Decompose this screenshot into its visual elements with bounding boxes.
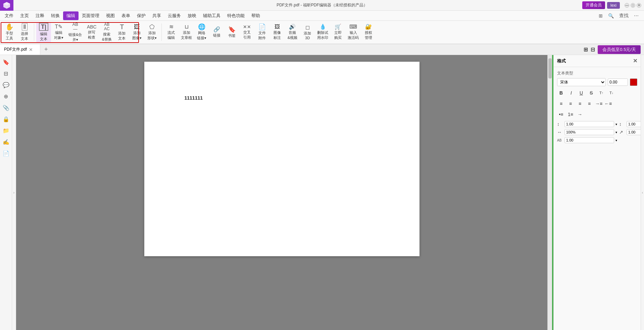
char-spacing-input[interactable] (564, 129, 614, 135)
vertical-scrollbar[interactable] (547, 55, 552, 330)
menu-share[interactable]: 共享 (149, 11, 164, 20)
menu-help[interactable]: 帮助 (248, 11, 263, 20)
hand-tool-button[interactable]: ✋ 手型工具 (2, 22, 17, 42)
add-3d-button[interactable]: ◻ 添加3D (300, 22, 315, 42)
italic-button[interactable]: I (567, 89, 575, 97)
more-icon[interactable]: ⋯ (633, 12, 640, 19)
edit-text-button[interactable]: T| 编辑文本 (36, 22, 51, 42)
sidebar-attach-icon[interactable]: 📎 (1, 103, 11, 113)
member-discount-button[interactable]: 会员低至0.5元/天 (598, 45, 641, 54)
menu-page-manage[interactable]: 页面管理 (79, 11, 103, 20)
toolbar-group-basic: ✋ 手型工具 Ⅱ 选择文本 (2, 22, 32, 42)
superscript-button[interactable]: T↑ (597, 89, 605, 97)
sidebar-page-icon[interactable]: 📄 (1, 148, 11, 158)
baseline-dropdown[interactable]: ▾ (615, 139, 617, 142)
sidebar-layer-icon[interactable]: ⊕ (1, 91, 11, 101)
thumbnail-icon[interactable]: ⊟ (591, 46, 595, 53)
link-button[interactable]: 🔗 链接 (209, 22, 224, 42)
align-left-button[interactable]: ≡ (557, 100, 565, 108)
file-attach-button[interactable]: 📄 文件附件 (255, 22, 269, 42)
menu-assist[interactable]: 辅助工具 (200, 11, 224, 20)
right-panel-close-button[interactable]: ✕ (633, 58, 637, 64)
indent-level-button[interactable]: → (576, 110, 584, 118)
user-button[interactable]: lexi (607, 2, 620, 9)
activate-button[interactable]: ⌨ 输入激活码 (346, 22, 361, 42)
sidebar-lock-icon[interactable]: 🔒 (1, 114, 11, 124)
remove-watermark-button[interactable]: 💧 删除试用水印 (315, 22, 330, 42)
edit-object-button[interactable]: T✎ 编辑对象▾ (51, 22, 66, 42)
sidebar-sign-icon[interactable]: ✍ (1, 137, 11, 147)
bookmark-button[interactable]: 🔖 书签 (225, 22, 239, 42)
hand-icon: ✋ (5, 23, 14, 30)
left-sidebar: 🔖 ⊟ 💬 ⊕ 📎 🔒 📁 ✍ 📄 (0, 55, 12, 330)
tab-close-button[interactable]: ✕ (29, 47, 33, 52)
indent-button[interactable]: →≡ (595, 100, 603, 108)
align-right-button[interactable]: ≡ (576, 100, 584, 108)
menu-home[interactable]: 主页 (17, 11, 32, 20)
add-shape-button[interactable]: ⬠ 添加形状▾ (145, 22, 159, 42)
num-list-button[interactable]: 1≡ (566, 110, 575, 118)
subscript-button[interactable]: T↓ (607, 89, 615, 97)
menu-protect[interactable]: 保护 (134, 11, 149, 20)
pdf-area[interactable]: 1111111 (16, 55, 547, 330)
select-text-button[interactable]: Ⅱ 选择文本 (17, 22, 32, 42)
outdent-button[interactable]: ←≡ (604, 100, 612, 108)
pdf-tab[interactable]: PDF文件.pdf ✕ (0, 44, 40, 55)
menu-annotation[interactable]: 注释 (32, 11, 48, 20)
buy-now-button[interactable]: 🛒 立即购买 (331, 22, 345, 42)
sidebar-file-icon[interactable]: 📁 (1, 125, 11, 135)
spell-check-button[interactable]: ABC 拼写检查 (84, 22, 99, 42)
add-image-button[interactable]: 🖼 添加图像▾ (130, 22, 144, 42)
bookmark-icon: 🔖 (228, 26, 236, 33)
bold-button[interactable]: B (557, 89, 565, 97)
close-button[interactable]: ✕ (637, 3, 641, 8)
menu-present[interactable]: 放映 (184, 11, 200, 20)
menu-form[interactable]: 表单 (118, 11, 134, 20)
strikethrough-button[interactable]: S (587, 89, 595, 97)
menu-cloud[interactable]: 云服务 (164, 11, 184, 20)
article-frame-icon: ⊔ (185, 24, 189, 30)
image-mark-button[interactable]: 🖼 图像标注 (270, 22, 285, 42)
minimize-button[interactable]: — (625, 3, 629, 8)
web-link-button[interactable]: 🌐 网络链接▾ (194, 22, 209, 42)
audio-video-icon: 🔊 (289, 24, 296, 30)
link-merge-button[interactable]: AB— 链接&合并▾ (66, 22, 84, 42)
color-picker[interactable] (630, 78, 637, 86)
add-text-button[interactable]: T 添加文本 (114, 22, 129, 42)
baseline-input[interactable] (564, 137, 614, 143)
line-spacing-input[interactable] (564, 121, 614, 127)
bullet-list-button[interactable]: •≡ (557, 110, 565, 118)
scroll-thumb[interactable] (548, 58, 552, 78)
search-replace-button[interactable]: ABAC 搜索&替换 (99, 22, 114, 42)
maximize-button[interactable]: □ (631, 3, 635, 8)
align-center-button[interactable]: ≡ (566, 100, 575, 108)
cross-ref-button[interactable]: ✕✕ 交叉引用 (240, 22, 254, 42)
sidebar-bookmark-icon[interactable]: 🔖 (1, 57, 11, 67)
font-size-input[interactable] (608, 78, 628, 86)
menu-file[interactable]: 文件 (1, 11, 17, 20)
grid-view-icon[interactable]: ⊞ (584, 46, 588, 53)
vip-button[interactable]: 开通会员 (582, 1, 605, 9)
font-select[interactable]: 宋体 (557, 78, 606, 86)
right-panel-collapse-button[interactable]: ‹ (641, 55, 644, 330)
new-tab-button[interactable]: + (40, 46, 52, 53)
menu-convert[interactable]: 转换 (48, 11, 63, 20)
align-justify-button[interactable]: ≡ (585, 100, 593, 108)
flow-edit-button[interactable]: ≋ 流式编辑 (164, 22, 179, 42)
char-spacing-dropdown[interactable]: ▾ (615, 130, 617, 134)
app-logo (0, 0, 13, 11)
sidebar-expand-button[interactable]: › (12, 55, 16, 330)
article-frame-button[interactable]: ⊔ 添加文章框 (179, 22, 194, 42)
audio-video-button[interactable]: 🔊 音频&视频 (285, 22, 300, 42)
menu-special[interactable]: 特色功能 (224, 11, 248, 20)
search-icon[interactable]: 🔍 (607, 12, 615, 19)
auth-manage-button[interactable]: 🔐 授权管理 (361, 22, 376, 42)
line-spacing-dropdown[interactable]: ▾ (615, 122, 617, 126)
sidebar-comment-icon[interactable]: 💬 (1, 80, 11, 90)
menu-edit[interactable]: 编辑 (63, 11, 79, 20)
layout-icon[interactable]: ⊞ (597, 12, 604, 19)
menu-view[interactable]: 视图 (103, 11, 118, 20)
sidebar-thumbnail-icon[interactable]: ⊟ (1, 68, 11, 78)
para-spacing-item: ↕ ▾ (619, 121, 644, 127)
underline-button[interactable]: U (577, 89, 585, 97)
